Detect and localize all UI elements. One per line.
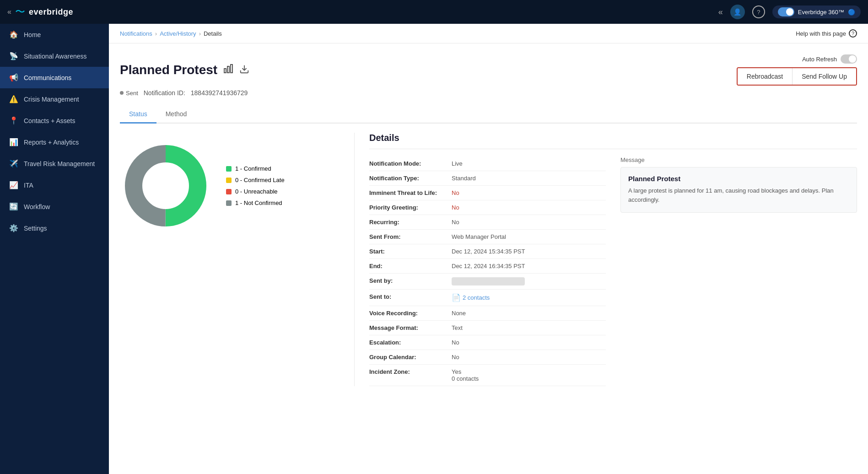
page-content: Planned Protest (109, 43, 868, 474)
breadcrumb-active-history[interactable]: Active/History (160, 30, 196, 37)
details-section: Details Notification Mode: Live (369, 133, 857, 386)
sidebar-item-ita[interactable]: 📈 ITA (0, 174, 109, 196)
360-toggle-switch[interactable] (778, 7, 794, 16)
label-incident-zone: Incident Zone: (369, 368, 452, 375)
sidebar: 🏠 Home 📡 Situational Awareness 📢 Communi… (0, 24, 109, 474)
detail-notification-type: Notification Type: Standard (369, 171, 606, 186)
sidebar-item-home[interactable]: 🏠 Home (0, 24, 109, 45)
sent-label: Sent (126, 90, 138, 97)
confirmed-late-dot (226, 178, 232, 183)
detail-incident-zone: Incident Zone: Yes0 contacts (369, 365, 606, 386)
detail-group-calendar: Group Calendar: No (369, 350, 606, 365)
not-confirmed-label: 1 - Not Confirmed (235, 199, 282, 206)
sidebar-item-reports-analytics[interactable]: 📊 Reports + Analytics (0, 131, 109, 153)
logo: 〜 everbridge (15, 5, 73, 19)
sidebar-label-crisis-management: Crisis Management (24, 96, 79, 103)
legend-not-confirmed: 1 - Not Confirmed (226, 199, 285, 206)
file-icon: 📄 (452, 293, 461, 302)
value-sent-to: 📄 2 contacts (452, 293, 606, 302)
tab-method[interactable]: Method (156, 106, 196, 124)
help-page-button[interactable]: Help with this page ? (796, 29, 857, 38)
360-avatar: 🔵 (848, 9, 855, 16)
content-area: Notifications › Active/History › Details… (109, 24, 868, 474)
page-title-left: Planned Protest (120, 63, 249, 77)
sidebar-item-workflow[interactable]: 🔄 Workflow (0, 196, 109, 217)
detail-notification-mode: Notification Mode: Live (369, 156, 606, 171)
legend-confirmed: 1 - Confirmed (226, 165, 285, 172)
help-page-label: Help with this page (796, 30, 846, 37)
tab-status[interactable]: Status (120, 106, 156, 124)
ita-icon: 📈 (9, 181, 18, 189)
detail-start: Start: Dec 12, 2024 15:34:35 PST (369, 244, 606, 259)
action-buttons: Rebroadcast Send Follow Up (737, 67, 857, 86)
contacts-icon: 📄 2 contacts (452, 293, 490, 302)
detail-escalation: Escalation: No (369, 335, 606, 350)
situational-awareness-icon: 📡 (9, 52, 18, 60)
value-end: Dec 12, 2024 16:34:35 PST (452, 263, 606, 269)
legend-unreachable: 0 - Unreachable (226, 188, 285, 195)
auto-refresh-toggle[interactable] (841, 54, 857, 64)
contacts-link[interactable]: 2 contacts (463, 294, 490, 301)
chart-bar-icon[interactable] (223, 63, 234, 77)
label-end: End: (369, 263, 452, 269)
chart-panel: 1 - Confirmed 0 - Confirmed Late 0 - Unr… (120, 133, 340, 386)
message-section-label: Message (620, 156, 857, 163)
unreachable-dot (226, 189, 232, 194)
topbar-right: « 👤 ? Everbridge 360™ 🔵 (718, 5, 861, 19)
label-notification-mode: Notification Mode: (369, 160, 452, 167)
label-message-format: Message Format: (369, 324, 452, 331)
breadcrumb-notifications[interactable]: Notifications (120, 30, 152, 37)
page-header: Planned Protest (120, 54, 857, 97)
breadcrumb: Notifications › Active/History › Details (120, 30, 222, 37)
sent-badge: Sent (120, 90, 138, 97)
user-avatar[interactable]: 👤 (730, 5, 745, 19)
sidebar-item-settings[interactable]: ⚙️ Settings (0, 217, 109, 239)
detail-imminent-threat: Imminent Threat to Life: No (369, 186, 606, 200)
detail-message-format: Message Format: Text (369, 321, 606, 335)
everbridge-360-label: Everbridge 360™ (798, 9, 844, 16)
communications-icon: 📢 (9, 73, 18, 82)
confirmed-dot (226, 166, 232, 172)
value-voice-recording: None (452, 310, 606, 317)
sidebar-item-crisis-management[interactable]: ⚠️ Crisis Management (0, 88, 109, 110)
travel-risk-icon: ✈️ (9, 159, 18, 168)
unreachable-label: 0 - Unreachable (235, 188, 278, 195)
auto-refresh-label: Auto Refresh (802, 56, 837, 63)
rebroadcast-button[interactable]: Rebroadcast (738, 68, 793, 85)
sidebar-label-communications: Communications (24, 74, 71, 81)
topbar: « 〜 everbridge « 👤 ? Everbridge 360™ 🔵 (0, 0, 868, 24)
label-notification-type: Notification Type: (369, 175, 452, 182)
svg-rect-2 (231, 65, 232, 73)
label-group-calendar: Group Calendar: (369, 354, 452, 361)
detail-end: End: Dec 12, 2024 16:34:35 PST (369, 259, 606, 274)
collapse-icon[interactable]: « (718, 7, 723, 17)
topbar-left: « 〜 everbridge (7, 5, 73, 19)
detail-recurring: Recurring: No (369, 215, 606, 230)
value-imminent-threat: No (452, 189, 606, 196)
value-incident-zone: Yes0 contacts (452, 368, 606, 382)
workflow-icon: 🔄 (9, 202, 18, 211)
sidebar-item-travel-risk[interactable]: ✈️ Travel Risk Management (0, 153, 109, 174)
content-grid: 1 - Confirmed 0 - Confirmed Late 0 - Unr… (120, 133, 857, 386)
not-confirmed-dot (226, 200, 232, 206)
page-title: Planned Protest (120, 63, 217, 77)
help-icon[interactable]: ? (752, 5, 765, 18)
sidebar-item-communications[interactable]: 📢 Communications (0, 67, 109, 88)
everbridge-360-toggle[interactable]: Everbridge 360™ 🔵 (772, 5, 861, 18)
download-icon[interactable] (239, 64, 249, 76)
collapse-sidebar-button[interactable]: « (7, 8, 11, 16)
value-group-calendar: No (452, 354, 606, 361)
sidebar-label-home: Home (24, 31, 41, 38)
sidebar-item-contacts-assets[interactable]: 📍 Contacts + Assets (0, 110, 109, 131)
detail-sent-from: Sent From: Web Manager Portal (369, 230, 606, 244)
value-start: Dec 12, 2024 15:34:35 PST (452, 248, 606, 255)
sidebar-label-ita: ITA (24, 182, 33, 189)
details-title: Details (369, 133, 857, 149)
sidebar-label-reports-analytics: Reports + Analytics (24, 139, 79, 146)
message-title: Planned Protest (628, 175, 849, 183)
sidebar-item-situational-awareness[interactable]: 📡 Situational Awareness (0, 45, 109, 67)
send-follow-up-button[interactable]: Send Follow Up (793, 68, 856, 85)
label-escalation: Escalation: (369, 339, 452, 346)
chart-area: 1 - Confirmed 0 - Confirmed Late 0 - Unr… (120, 140, 340, 232)
svg-rect-0 (224, 69, 226, 73)
